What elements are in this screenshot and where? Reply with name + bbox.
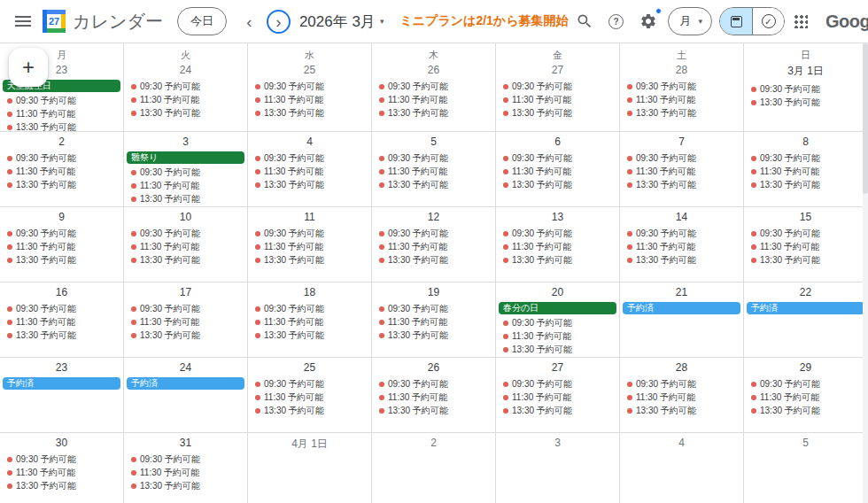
booking-slot[interactable]: 11:30 予約可能 xyxy=(124,466,247,479)
date-label[interactable]: 19 xyxy=(372,286,495,298)
booking-slot[interactable]: 09:30 予約可能 xyxy=(0,227,123,240)
date-label[interactable]: 27 xyxy=(496,361,619,374)
date-label[interactable]: 5 xyxy=(372,135,495,148)
booking-slot[interactable]: 13:30 予約可能 xyxy=(744,404,867,417)
booking-slot[interactable]: 13:30 予約可能 xyxy=(124,253,247,267)
holiday-event-bar[interactable]: 雛祭り xyxy=(127,151,244,164)
booking-slot[interactable]: 13:30 予約可能 xyxy=(372,404,495,417)
booking-slot[interactable]: 13:30 予約可能 xyxy=(620,106,743,120)
search-button[interactable] xyxy=(569,5,601,37)
booking-slot[interactable]: 13:30 予約可能 xyxy=(620,404,743,417)
booking-slot[interactable]: 09:30 予約可能 xyxy=(620,377,743,391)
day-cell[interactable]: 509:30 予約可能11:30 予約可能13:30 予約可能 xyxy=(372,132,496,207)
booking-slot[interactable]: 11:30 予約可能 xyxy=(372,93,495,106)
booking-slot[interactable]: 13:30 予約可能 xyxy=(744,253,867,267)
booking-slot[interactable]: 11:30 予約可能 xyxy=(248,315,371,329)
date-label[interactable]: 24 xyxy=(124,361,247,374)
date-label[interactable]: 27 xyxy=(496,64,619,76)
date-label[interactable]: 4 xyxy=(620,437,743,449)
booking-slot[interactable]: 09:30 予約可能 xyxy=(620,227,743,240)
scrollbar[interactable] xyxy=(863,43,868,503)
day-cell[interactable]: 21予約済 xyxy=(620,282,744,358)
apps-grid-button[interactable] xyxy=(785,5,817,37)
date-label[interactable]: 3 xyxy=(496,437,619,449)
booking-slot[interactable]: 11:30 予約可能 xyxy=(124,240,247,253)
booking-slot[interactable]: 09:30 予約可能 xyxy=(496,227,619,240)
day-cell[interactable]: 水2509:30 予約可能11:30 予約可能13:30 予約可能 xyxy=(248,43,372,132)
date-label[interactable]: 3月 1日 xyxy=(744,64,867,79)
day-cell[interactable]: 土2809:30 予約可能11:30 予約可能13:30 予約可能 xyxy=(620,43,744,132)
booking-slot[interactable]: 13:30 予約可能 xyxy=(620,253,743,267)
date-label[interactable]: 7 xyxy=(620,135,743,148)
day-cell[interactable]: 3109:30 予約可能11:30 予約可能13:30 予約可能 xyxy=(124,433,248,503)
booking-slot[interactable]: 11:30 予約可能 xyxy=(0,466,123,479)
booking-slot[interactable]: 13:30 予約可能 xyxy=(248,106,371,120)
calendar-view-toggle[interactable] xyxy=(720,8,752,35)
day-cell[interactable]: 日3月 1日09:30 予約可能13:30 予約可能 xyxy=(744,43,868,132)
booking-slot[interactable]: 09:30 予約可能 xyxy=(496,151,619,165)
booking-slot[interactable]: 11:30 予約可能 xyxy=(620,240,743,253)
booking-slot[interactable]: 11:30 予約可能 xyxy=(496,93,619,106)
booking-slot[interactable]: 11:30 予約可能 xyxy=(372,165,495,178)
day-cell[interactable]: 1109:30 予約可能11:30 予約可能13:30 予約可能 xyxy=(248,207,372,282)
date-label[interactable]: 18 xyxy=(248,286,371,298)
day-cell[interactable]: 1209:30 予約可能11:30 予約可能13:30 予約可能 xyxy=(372,207,496,282)
day-cell[interactable]: 1409:30 予約可能11:30 予約可能13:30 予約可能 xyxy=(620,207,744,282)
booking-slot[interactable]: 09:30 予約可能 xyxy=(248,227,371,240)
booking-slot[interactable]: 11:30 予約可能 xyxy=(0,107,123,120)
day-cell[interactable]: 3 xyxy=(496,433,620,503)
booking-slot[interactable]: 11:30 予約可能 xyxy=(744,165,867,178)
booking-slot[interactable]: 09:30 予約可能 xyxy=(124,302,247,315)
booking-slot[interactable]: 13:30 予約可能 xyxy=(744,96,867,109)
day-cell[interactable]: 809:30 予約可能11:30 予約可能13:30 予約可能 xyxy=(744,132,868,207)
day-cell[interactable]: 1909:30 予約可能11:30 予約可能13:30 予約可能 xyxy=(372,282,496,358)
booking-slot[interactable]: 09:30 予約可能 xyxy=(372,302,495,315)
booking-slot[interactable]: 13:30 予約可能 xyxy=(248,404,371,417)
main-menu-button[interactable] xyxy=(7,5,39,37)
day-cell[interactable]: 20春分の日09:30 予約可能11:30 予約可能13:30 予約可能 xyxy=(496,282,620,358)
current-month-selector[interactable]: 2026年 3月 ▾ xyxy=(299,12,384,32)
booking-slot[interactable]: 11:30 予約可能 xyxy=(248,165,371,178)
booking-slot[interactable]: 11:30 予約可能 xyxy=(496,240,619,253)
day-cell[interactable]: 1709:30 予約可能11:30 予約可能13:30 予約可能 xyxy=(124,282,248,358)
booking-slot[interactable]: 09:30 予約可能 xyxy=(496,377,619,391)
booking-slot[interactable]: 09:30 予約可能 xyxy=(124,227,247,240)
booking-slot[interactable]: 11:30 予約可能 xyxy=(496,329,619,343)
day-cell[interactable]: 金2709:30 予約可能11:30 予約可能13:30 予約可能 xyxy=(496,43,620,132)
day-cell[interactable]: 4月 1日 xyxy=(248,433,372,503)
day-cell[interactable]: 22予約済 xyxy=(744,282,868,358)
create-event-button[interactable]: + xyxy=(9,48,48,87)
booking-slot[interactable]: 09:30 予約可能 xyxy=(744,151,867,165)
booking-slot[interactable]: 09:30 予約可能 xyxy=(0,94,123,107)
holiday-event-bar[interactable]: 春分の日 xyxy=(499,302,616,314)
date-label[interactable]: 28 xyxy=(620,361,743,374)
booking-slot[interactable]: 13:30 予約可能 xyxy=(496,404,619,417)
booking-slot[interactable]: 11:30 予約可能 xyxy=(124,93,247,106)
date-label[interactable]: 31 xyxy=(124,437,247,449)
booking-slot[interactable]: 13:30 予約可能 xyxy=(124,192,247,205)
date-label[interactable]: 10 xyxy=(124,211,247,223)
booking-slot[interactable]: 11:30 予約可能 xyxy=(372,315,495,329)
date-label[interactable]: 25 xyxy=(248,361,371,374)
booking-slot[interactable]: 09:30 予約可能 xyxy=(620,80,743,93)
booking-slot[interactable]: 11:30 予約可能 xyxy=(496,165,619,178)
date-label[interactable]: 29 xyxy=(744,361,867,374)
day-cell[interactable]: 火2409:30 予約可能11:30 予約可能13:30 予約可能 xyxy=(124,43,248,132)
date-label[interactable]: 24 xyxy=(124,64,247,76)
booking-slot[interactable]: 13:30 予約可能 xyxy=(620,178,743,191)
date-label[interactable]: 11 xyxy=(248,211,371,223)
date-label[interactable]: 4 xyxy=(248,135,371,148)
day-cell[interactable]: 3009:30 予約可能11:30 予約可能13:30 予約可能 xyxy=(0,433,124,503)
today-button[interactable]: 今日 xyxy=(177,7,227,35)
date-label[interactable]: 14 xyxy=(620,211,743,223)
settings-button[interactable] xyxy=(632,5,664,37)
booking-slot[interactable]: 13:30 予約可能 xyxy=(496,178,619,191)
booking-slot[interactable]: 13:30 予約可能 xyxy=(0,329,123,342)
day-cell[interactable]: 609:30 予約可能11:30 予約可能13:30 予約可能 xyxy=(496,132,620,207)
date-label[interactable]: 28 xyxy=(620,64,743,76)
date-label[interactable]: 2 xyxy=(0,135,123,148)
date-label[interactable]: 21 xyxy=(620,286,743,298)
booking-slot[interactable]: 11:30 予約可能 xyxy=(0,315,123,329)
date-label[interactable]: 15 xyxy=(744,211,867,223)
date-label[interactable]: 25 xyxy=(248,64,371,76)
